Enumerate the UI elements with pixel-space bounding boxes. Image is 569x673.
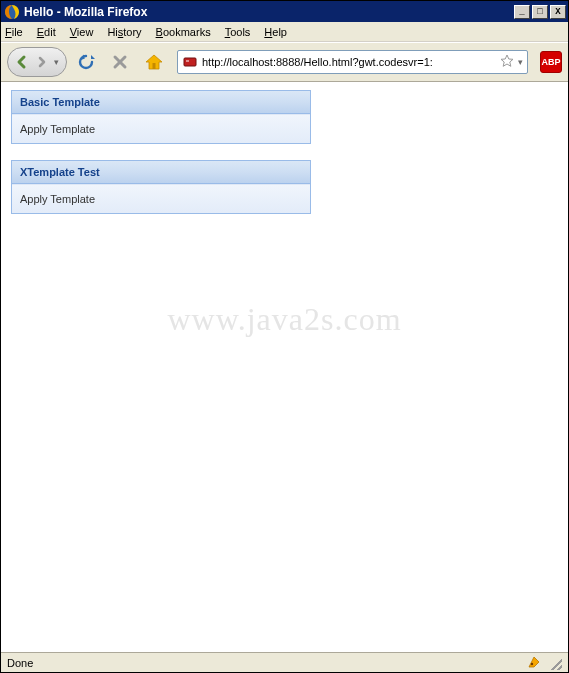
- panel-xtemplate-test: XTemplate Test Apply Template: [11, 160, 311, 214]
- window-controls: _ □ X: [512, 5, 566, 19]
- bookmark-star-icon[interactable]: [500, 54, 514, 70]
- url-text: http://localhost:8888/Hello.html?gwt.cod…: [202, 56, 498, 68]
- home-button[interactable]: [143, 51, 165, 73]
- status-text: Done: [7, 657, 33, 669]
- menu-view[interactable]: View: [70, 26, 94, 38]
- apply-template-button[interactable]: Apply Template: [12, 114, 310, 143]
- status-bar: Done: [1, 652, 568, 672]
- svg-rect-7: [186, 60, 189, 62]
- firefox-icon: [4, 4, 20, 20]
- window-title: Hello - Mozilla Firefox: [24, 5, 512, 19]
- minimize-button[interactable]: _: [514, 5, 530, 19]
- resize-grip[interactable]: [548, 656, 562, 670]
- svg-rect-6: [184, 58, 196, 66]
- menu-tools[interactable]: Tools: [225, 26, 251, 38]
- menu-help[interactable]: Help: [264, 26, 287, 38]
- site-identity-icon[interactable]: [182, 53, 198, 71]
- svg-point-8: [531, 662, 533, 664]
- menu-history[interactable]: History: [107, 26, 141, 38]
- menu-bookmarks[interactable]: Bookmarks: [156, 26, 211, 38]
- url-dropdown-icon[interactable]: ▾: [518, 57, 523, 67]
- apply-template-button[interactable]: Apply Template: [12, 184, 310, 213]
- menu-file[interactable]: File: [5, 26, 23, 38]
- back-button[interactable]: [15, 55, 29, 69]
- url-bar[interactable]: http://localhost:8888/Hello.html?gwt.cod…: [177, 50, 528, 74]
- svg-marker-1: [91, 55, 95, 59]
- navigation-toolbar: ▾ http://localhost:8888/Hello.html?gwt.c…: [1, 42, 568, 82]
- firebug-icon[interactable]: [526, 654, 542, 672]
- reload-button[interactable]: [75, 51, 97, 73]
- page-content: Basic Template Apply Template XTemplate …: [1, 82, 568, 652]
- panel-basic-template: Basic Template Apply Template: [11, 90, 311, 144]
- panel-header: Basic Template: [12, 91, 310, 114]
- adblock-plus-button[interactable]: ABP: [540, 51, 562, 73]
- window-titlebar: Hello - Mozilla Firefox _ □ X: [1, 1, 568, 22]
- svg-rect-5: [153, 63, 156, 69]
- close-button[interactable]: X: [550, 5, 566, 19]
- panel-header: XTemplate Test: [12, 161, 310, 184]
- history-dropdown-icon[interactable]: ▾: [54, 57, 59, 67]
- maximize-button[interactable]: □: [532, 5, 548, 19]
- stop-button[interactable]: [109, 51, 131, 73]
- menubar: File Edit View History Bookmarks Tools H…: [1, 22, 568, 42]
- back-forward-cluster: ▾: [7, 47, 67, 77]
- menu-edit[interactable]: Edit: [37, 26, 56, 38]
- forward-button[interactable]: [35, 55, 49, 69]
